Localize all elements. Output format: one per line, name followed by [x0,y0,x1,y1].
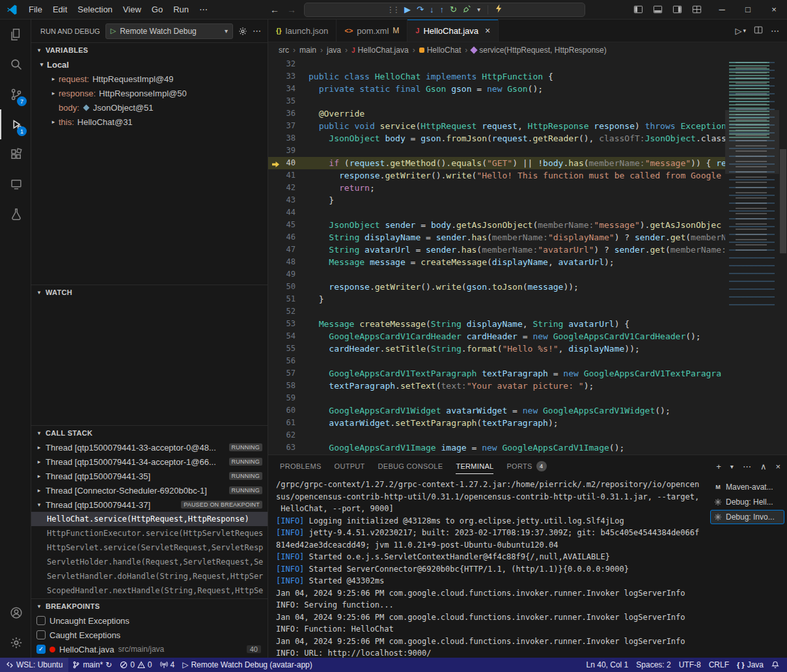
terminal-output[interactable]: /grpc/grpc-context/1.27.2/grpc-context-1… [276,477,710,658]
close-panel-icon[interactable]: × [775,462,780,471]
breakpoints-header[interactable]: ▾ BREAKPOINTS [31,599,268,613]
breadcrumb-item[interactable]: src [279,46,289,55]
checkbox[interactable] [36,630,46,639]
tab-launch.json[interactable]: {}launch.json [268,20,337,42]
terminal-list-item[interactable]: Debug: Hell... [710,495,784,509]
checkbox[interactable]: ✓ [36,645,46,654]
variable-response[interactable]: ▸response:HttpResponseImpl@50 [31,86,268,100]
panel-tab-output[interactable]: OUTPUT [329,455,370,477]
menu-selection[interactable]: Selection [72,3,117,17]
menu-more-icon[interactable]: ⋯ [194,3,213,17]
back-icon[interactable]: ← [270,5,279,15]
stack-frame[interactable]: ServletHolder.handle(Request,ServletRequ… [31,555,268,569]
checkbox[interactable] [36,616,46,625]
more-actions-icon[interactable]: ⋯ [253,26,261,36]
tab-HelloChat.java[interactable]: JHelloChat.java× [407,20,499,42]
call-stack-thread[interactable]: ▸Thread [qtp1500079441-34-acceptor-1@66.… [31,455,268,469]
extensions-icon[interactable] [0,139,31,169]
language-mode[interactable]: { } Java [733,658,767,672]
maximize-panel-icon[interactable]: ∧ [760,462,767,471]
minimize-icon[interactable]: ─ [709,0,735,19]
stack-frame[interactable]: ScopedHandler.nextHandle(String,Request,… [31,583,268,598]
more-actions-icon[interactable]: ⋯ [743,462,751,471]
more-actions-icon[interactable]: ⋯ [771,26,779,36]
command-center[interactable]: ⋮⋮ ▶ ↷ ↓ ↑ ↻ ▾ [304,3,585,17]
menu-edit[interactable]: Edit [48,3,72,17]
breakpoint-exception[interactable]: Caught Exceptions [31,628,268,642]
notifications-bell[interactable] [767,658,783,672]
panel-tab-problems[interactable]: PROBLEMS [275,455,327,477]
customize-layout-icon[interactable] [688,3,705,17]
stack-frame[interactable]: HttpServlet.service(ServletRequest,Servl… [31,540,268,555]
sync-icon[interactable]: ↻ [105,660,112,669]
debug-status-item[interactable]: ▷ Remote Watch Debug (avatar-app) [178,658,316,672]
panel-tab-ports[interactable]: PORTS4 [501,455,551,477]
editor[interactable]: 3233public class HelloChat implements Ht… [268,58,787,455]
panel-tab-terminal[interactable]: TERMINAL [450,455,499,477]
breadcrumb-item[interactable]: HelloChat [419,46,462,55]
new-terminal-icon[interactable]: + [716,462,721,471]
encoding[interactable]: UTF-8 [675,658,705,672]
code-view[interactable]: 3233public class HelloChat implements Ht… [268,58,725,455]
stack-frame[interactable]: HelloChat.service(HttpRequest,HttpRespon… [31,512,268,526]
tab-pom.xml[interactable]: <>pom.xmlM [337,20,407,42]
remote-indicator[interactable]: WSL: Ubuntu [0,658,68,672]
close-icon[interactable]: × [761,0,787,19]
minimap-slider[interactable] [725,110,779,174]
testing-icon[interactable] [0,199,31,229]
scope-local[interactable]: ▾Local [31,57,268,72]
stack-frame[interactable]: ServletHandler.doHandle(String,Request,H… [31,569,268,583]
gear-icon[interactable] [238,27,247,36]
eol-sequence[interactable]: CRLF [705,658,733,672]
menu-run[interactable]: Run [168,3,194,17]
breadcrumb-item[interactable]: service(HttpRequest, HttpResponse) [471,46,606,55]
git-branch-item[interactable]: main* ↻ [68,658,116,672]
terminal-list-item[interactable]: Debug: Invo... [710,510,784,524]
step-over-icon[interactable]: ↷ [417,5,424,14]
debug-config-dropdown[interactable]: ▷ Remote Watch Debug ▾ [105,23,233,39]
menu-view[interactable]: View [118,3,146,17]
forward-icon[interactable]: → [287,5,296,15]
cursor-position[interactable]: Ln 40, Col 1 [583,658,633,672]
chevron-down-icon[interactable]: ▾ [730,463,734,470]
breadcrumb-item[interactable]: JHelloChat.java [352,46,409,55]
variable-this[interactable]: ▸this:HelloChat@31 [31,115,268,129]
call-stack-header[interactable]: ▾ CALL STACK [31,426,268,440]
menu-file[interactable]: File [23,3,48,17]
run-and-debug-icon[interactable]: 1 [0,109,31,139]
drag-grip-icon[interactable]: ⋮⋮ [387,5,398,14]
terminal-list-item[interactable]: MMaven-avat... [710,480,784,494]
indentation[interactable]: Spaces: 2 [632,658,674,672]
problems-item[interactable]: 0 0 [116,658,156,672]
search-icon[interactable] [0,49,31,79]
settings-gear-icon[interactable] [0,628,31,658]
maximize-icon[interactable]: □ [735,0,761,19]
call-stack-thread[interactable]: ▸Thread [Connector-Scheduler-6920b0bc-1]… [31,483,268,497]
call-stack-thread[interactable]: ▸Thread [qtp1500079441-35]RUNNING [31,469,268,483]
step-out-icon[interactable]: ↑ [439,5,444,14]
restart-icon[interactable]: ↻ [450,5,457,14]
continue-icon[interactable]: ▶ [404,5,411,14]
variable-request[interactable]: ▸request:HttpRequestImpl@49 [31,72,268,86]
breadcrumb-item[interactable]: main [299,46,316,55]
breakpoint-file[interactable]: ✓HelloChat.javasrc/main/java40 [31,642,268,656]
breadcrumb-item[interactable]: java [327,46,341,55]
source-control-icon[interactable]: 7 [0,79,31,109]
stack-frame[interactable]: HttpFunctionExecutor.service(HttpServlet… [31,526,268,540]
variables-header[interactable]: ▾ VARIABLES [31,43,268,57]
panel-tab-debug-console[interactable]: DEBUG CONSOLE [373,455,449,477]
remote-explorer-icon[interactable] [0,169,31,199]
hot-code-replace-icon[interactable] [495,4,503,15]
run-java-button[interactable]: ▷▾ [735,26,746,36]
watch-header[interactable]: ▾ WATCH [31,285,268,300]
explorer-icon[interactable] [0,20,31,49]
variable-body[interactable]: body:JsonObject@51 [31,100,268,115]
split-editor-icon[interactable] [754,25,763,36]
step-into-icon[interactable]: ↓ [430,5,434,14]
minimap[interactable] [725,58,787,455]
ports-item[interactable]: 4 [156,658,179,672]
close-icon[interactable]: × [485,25,490,36]
toggle-secondary-sidebar-icon[interactable] [669,3,685,17]
toggle-panel-icon[interactable] [649,3,666,17]
accounts-icon[interactable] [0,598,31,628]
